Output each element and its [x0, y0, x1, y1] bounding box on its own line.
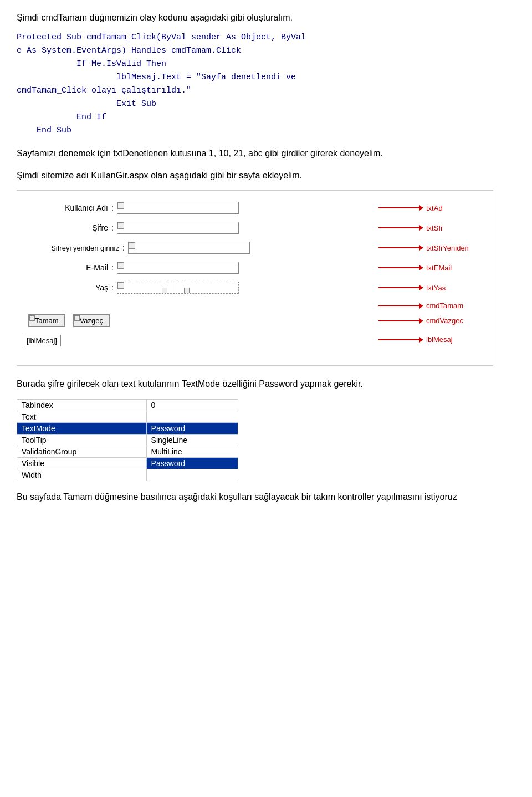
prop-name-visible: Visible	[17, 457, 147, 469]
input-icon-kullanici	[117, 202, 124, 209]
arrow-line-txtemail	[378, 267, 423, 268]
cursor-line	[173, 282, 173, 294]
control-name-txtad: txtAd	[426, 204, 482, 212]
arrow-line-txtsfrYeniden	[378, 247, 423, 248]
arrow-txtsfrYeniden: txtSfrYeniden	[378, 244, 482, 252]
input-sifreyeniden[interactable]	[128, 242, 250, 254]
control-name-txtsfr: txtSfr	[426, 224, 482, 232]
form-row-cmdtamam-arrow: cmdTamam	[23, 302, 482, 310]
prop-name-text: Text	[17, 411, 147, 422]
input-sifre[interactable]	[117, 222, 239, 234]
arrow-line-cmdtamam	[378, 305, 423, 306]
input-icon-yas	[117, 282, 124, 289]
btn-tamam[interactable]: Tamam	[28, 314, 65, 327]
code-line7: End If	[37, 113, 106, 122]
para2: Şimdi sitemize adı KullanGir.aspx olan a…	[17, 168, 515, 183]
arrow-line-txtsfr	[378, 227, 423, 228]
form-row-yas: Yaş : txtYas	[23, 282, 482, 294]
btn-tamam-icon	[29, 315, 35, 321]
prop-name-tooltip: ToolTip	[17, 434, 147, 446]
arrow-line-lblmesaj	[378, 339, 423, 340]
arrow-cmdvazgec: cmdVazgec	[378, 316, 482, 325]
spinner-left-handle[interactable]	[162, 288, 167, 293]
code-line4: lblMesaj.Text = "Sayfa denetlendi ve	[57, 73, 296, 82]
code-line6: Exit Sub	[57, 99, 156, 109]
prop-row-text: Text	[17, 411, 238, 422]
code-line5: cmdTamam_Click olayı çalıştırıldı."	[17, 86, 191, 95]
form-row-sifreyeniden: Şifreyi yeniden giriniz : txtSfrYeniden	[23, 242, 482, 254]
form-row-lblmesaj: [lblMesaj] lblMesaj	[23, 333, 482, 346]
form-row-email: E-Mail : txtEMail	[23, 262, 482, 274]
btn-vazgec-label: Vazgeç	[80, 316, 103, 325]
para4: Bu sayfada Tamam düğmesine basılınca aşa…	[17, 490, 515, 504]
input-icon-sifre	[117, 222, 124, 229]
lbl-mesaj-box: [lblMesaj]	[23, 335, 61, 346]
arrow-txtemail: txtEMail	[378, 264, 482, 272]
form-row-sifre: Şifre : txtSfr	[23, 222, 482, 234]
prop-row-tooltip: ToolTip SingleLine	[17, 434, 238, 446]
code-block: Protected Sub cmdTamam_Click(ByVal sende…	[17, 31, 515, 137]
prop-table: TabIndex 0 Text TextMode Password ToolTi…	[17, 399, 238, 481]
label-kullanici: Kullanıcı Adı	[23, 203, 111, 212]
arrow-txtsfr: txtSfr	[378, 224, 482, 232]
prop-name-width: Width	[17, 469, 147, 481]
btn-vazgec[interactable]: Vazgeç	[73, 314, 110, 327]
prop-row-textmode[interactable]: TextMode Password	[17, 422, 238, 434]
input-email[interactable]	[117, 262, 239, 274]
control-name-txtyas: txtYas	[426, 284, 482, 292]
code-line3: If Me.IsValid Then	[37, 59, 166, 69]
arrow-line-txtad	[378, 207, 423, 208]
code-line1: Protected Sub cmdTamam_Click(ByVal sende…	[17, 33, 306, 42]
prop-value-tooltip: SingleLine	[146, 434, 238, 446]
prop-name-textmode: TextMode	[17, 422, 147, 434]
arrow-cmdtamam: cmdTamam	[378, 302, 482, 310]
control-name-lblmesaj: lblMesaj	[426, 335, 482, 344]
prop-row-tabindex: TabIndex 0	[17, 399, 238, 411]
prop-value-visible: Password	[146, 457, 238, 469]
input-kullanici[interactable]	[117, 202, 239, 214]
label-sifreyeniden: Şifreyi yeniden giriniz	[23, 244, 122, 252]
prop-value-text	[146, 411, 238, 422]
prop-row-validationgroup: ValidationGroup MultiLine	[17, 446, 238, 457]
input-icon-sifreyeniden	[129, 242, 135, 249]
input-yas[interactable]	[117, 282, 239, 294]
prop-value-tabindex: 0	[146, 399, 238, 411]
arrow-txtyas: txtYas	[378, 284, 482, 292]
spinner-right-handle[interactable]	[184, 288, 190, 293]
prop-row-width: Width	[17, 469, 238, 481]
code-line2: e As System.EventArgs) Handles cmdTamam.…	[17, 46, 241, 55]
label-email: E-Mail	[23, 263, 111, 272]
prop-name-tabindex: TabIndex	[17, 399, 147, 411]
prop-value-textmode: Password	[146, 422, 238, 434]
intro-text: Şimdi cmdTamam düğmemizin olay kodunu aş…	[17, 11, 515, 24]
arrow-line-txtyas	[378, 287, 423, 288]
arrow-txtad: txtAd	[378, 204, 482, 212]
arrow-line-cmdvazgec	[378, 320, 423, 321]
form-diagram: Kullanıcı Adı : txtAd Şifre : txtSfr Şif…	[17, 190, 493, 366]
code-line8: End Sub	[17, 126, 71, 135]
buttons-row: Tamam Vazgeç cmdVazgec	[23, 314, 482, 327]
label-sifre: Şifre	[23, 223, 111, 232]
control-name-txtsfrYeniden: txtSfrYeniden	[426, 244, 482, 252]
btn-tamam-label: Tamam	[35, 316, 59, 325]
prop-name-validationgroup: ValidationGroup	[17, 446, 147, 457]
prop-value-validationgroup: MultiLine	[146, 446, 238, 457]
control-name-txtemail: txtEMail	[426, 264, 482, 272]
prop-row-visible: Visible Password	[17, 457, 238, 469]
control-name-cmdvazgec: cmdVazgec	[426, 316, 482, 325]
para1: Sayfamızı denemek için txtDenetlenen kut…	[17, 146, 515, 161]
input-icon-email	[117, 262, 124, 269]
arrow-lblmesaj: lblMesaj	[378, 335, 482, 344]
prop-value-width	[146, 469, 238, 481]
form-row-kullanici: Kullanıcı Adı : txtAd	[23, 202, 482, 214]
btn-vazgec-icon	[74, 315, 80, 321]
label-yas: Yaş	[23, 283, 111, 292]
control-name-cmdtamam: cmdTamam	[426, 302, 482, 310]
para3: Burada şifre girilecek olan text kutular…	[17, 377, 515, 391]
